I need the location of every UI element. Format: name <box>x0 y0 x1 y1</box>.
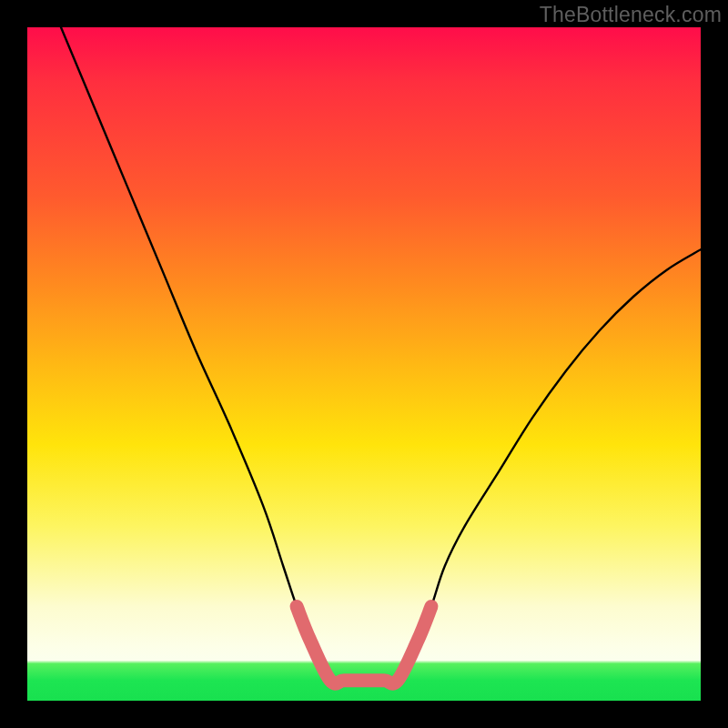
pink-highlight-group <box>297 606 431 683</box>
black-curve <box>61 27 701 686</box>
pink-highlight <box>297 606 431 683</box>
watermark-text: TheBottleneck.com <box>540 3 722 27</box>
chart-frame: TheBottleneck.com <box>0 0 728 728</box>
plot-area <box>27 27 701 701</box>
plot-svg <box>27 27 701 701</box>
black-curve-group <box>61 27 701 686</box>
